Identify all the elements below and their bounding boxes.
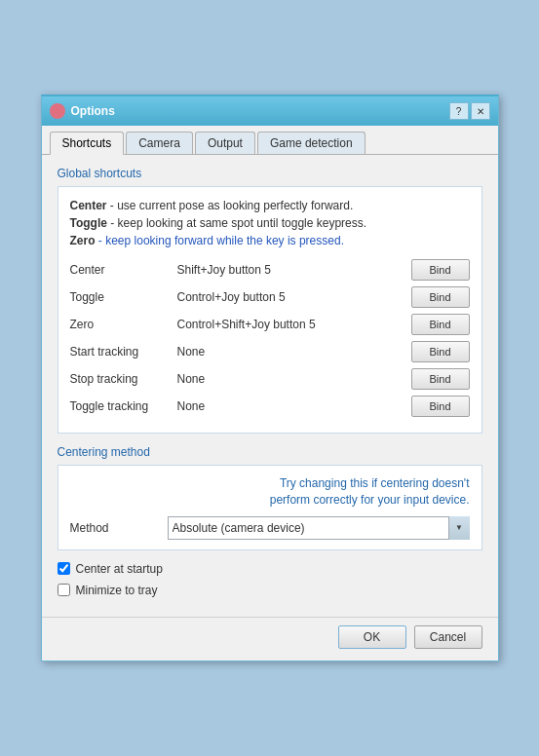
minimize-to-tray-label[interactable]: Minimize to tray [76,584,158,597]
shortcut-key-stop-tracking: None [177,372,411,386]
center-at-startup-checkbox[interactable] [58,562,70,575]
toggle-desc-text: - keep looking at same spot until toggle… [107,216,366,230]
bind-button-toggle[interactable]: Bind [411,286,470,308]
method-select-wrapper: Absolute (camera device) ▼ [168,516,470,540]
close-button[interactable]: ✕ [471,102,490,120]
shortcut-name-start-tracking: Start tracking [70,345,177,359]
method-label: Method [70,521,168,535]
shortcut-name-toggle-tracking: Toggle tracking [70,399,177,413]
title-bar: Options ? ✕ [42,96,498,126]
bind-button-center[interactable]: Bind [411,259,470,281]
shortcut-row-start-tracking: Start tracking None Bind [70,341,470,362]
content-area: Global shortcuts Center - use current po… [42,155,498,617]
centering-note: Try changing this if centering doesn'tpe… [70,475,470,509]
method-select[interactable]: Absolute (camera device) [168,516,470,540]
shortcut-row-center: Center Shift+Joy button 5 Bind [70,259,470,281]
minimize-to-tray-row: Minimize to tray [58,584,482,597]
shortcut-row-zero: Zero Control+Shift+Joy button 5 Bind [70,314,470,335]
window-title: Options [71,104,449,118]
shortcut-key-toggle: Control+Joy button 5 [177,290,411,304]
ok-button[interactable]: OK [338,625,406,649]
zero-desc-bold: Zero [70,234,96,247]
shortcut-name-toggle: Toggle [70,290,177,304]
tab-shortcuts[interactable]: Shortcuts [50,132,125,155]
shortcut-key-start-tracking: None [177,345,411,359]
shortcut-key-center: Shift+Joy button 5 [177,263,411,277]
options-window: Options ? ✕ Shortcuts Camera Output Game… [41,94,499,662]
shortcut-row-stop-tracking: Stop tracking None Bind [70,368,470,390]
bind-button-toggle-tracking[interactable]: Bind [411,396,470,417]
zero-desc-text: - keep looking forward while the key is … [96,234,344,247]
shortcut-row-toggle: Toggle Control+Joy button 5 Bind [70,286,470,308]
method-row: Method Absolute (camera device) ▼ [70,516,470,540]
centering-method-label: Centering method [58,445,482,459]
bind-button-zero[interactable]: Bind [411,314,470,335]
shortcut-description: Center - use current pose as looking per… [70,197,470,249]
global-shortcuts-label: Global shortcuts [58,167,482,180]
center-at-startup-row: Center at startup [58,562,482,576]
tab-bar: Shortcuts Camera Output Game detection [42,126,498,155]
center-at-startup-label[interactable]: Center at startup [76,562,163,576]
title-bar-buttons: ? ✕ [449,102,490,120]
help-button[interactable]: ? [449,102,469,120]
bind-button-stop-tracking[interactable]: Bind [411,368,470,390]
global-shortcuts-panel: Center - use current pose as looking per… [58,186,482,434]
tab-output[interactable]: Output [195,132,255,154]
minimize-to-tray-checkbox[interactable] [58,584,70,596]
centering-method-panel: Try changing this if centering doesn'tpe… [58,465,482,550]
app-icon [50,103,65,119]
tab-camera[interactable]: Camera [126,132,193,154]
bottom-buttons: OK Cancel [42,617,498,661]
center-desc-text: - use current pose as looking perfectly … [107,199,354,212]
center-desc-bold: Center [70,199,107,212]
bind-button-start-tracking[interactable]: Bind [411,341,470,362]
toggle-desc-bold: Toggle [70,216,107,230]
shortcut-key-zero: Control+Shift+Joy button 5 [177,318,411,331]
tab-game-detection[interactable]: Game detection [257,132,366,154]
shortcut-key-toggle-tracking: None [177,399,411,413]
shortcut-name-zero: Zero [70,318,177,331]
shortcut-name-stop-tracking: Stop tracking [70,372,177,386]
shortcut-name-center: Center [70,263,177,277]
cancel-button[interactable]: Cancel [414,625,482,649]
shortcut-row-toggle-tracking: Toggle tracking None Bind [70,396,470,417]
